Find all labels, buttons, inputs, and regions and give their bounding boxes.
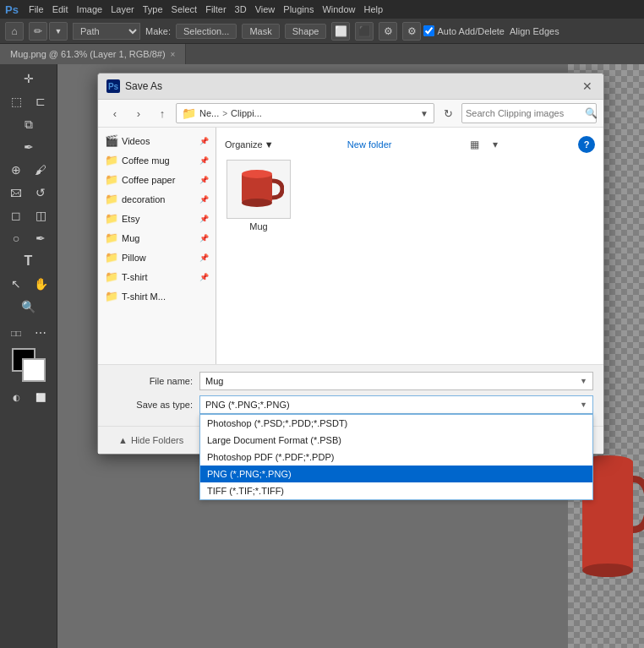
- sidebar-item-label: T-shirt M...: [122, 291, 166, 302]
- hand-tool-icon[interactable]: ✋: [29, 273, 52, 295]
- home-icon[interactable]: ⌂: [5, 22, 24, 41]
- align-icon[interactable]: ⬛: [355, 22, 374, 41]
- menu-3d[interactable]: 3D: [235, 4, 247, 14]
- dropdown-item-pdf[interactable]: Photoshop PDF (*.PDF;*.PDP): [200, 449, 592, 466]
- file-grid: Mug: [225, 160, 595, 231]
- menu-file[interactable]: File: [29, 4, 44, 14]
- nav-refresh-button[interactable]: ↻: [438, 104, 458, 123]
- eyedropper-tool-icon[interactable]: ✒: [17, 136, 41, 158]
- auto-add-delete-checkbox[interactable]: [423, 25, 434, 36]
- menu-filter[interactable]: Filter: [205, 4, 226, 14]
- history-brush-icon[interactable]: ↺: [29, 182, 52, 204]
- sidebar-item-tshirtm[interactable]: 📁 T-shirt M...: [98, 286, 216, 306]
- breadcrumb-bar[interactable]: 📁 Ne... > Clippi... ▼: [176, 103, 434, 123]
- selection-button[interactable]: Selection...: [176, 24, 237, 39]
- menu-image[interactable]: Image: [77, 4, 103, 14]
- nav-up-button[interactable]: ↑: [152, 104, 172, 123]
- eraser-icon[interactable]: ◻: [4, 204, 28, 226]
- menu-layer[interactable]: Layer: [111, 4, 134, 14]
- hide-folders-row[interactable]: ▲ Hide Folders: [108, 432, 194, 449]
- view-dropdown-button[interactable]: ▾: [486, 136, 505, 153]
- nav-back-button[interactable]: ‹: [105, 104, 125, 123]
- dialog-navrow: ‹ › ↑ 📁 Ne... > Clippi... ▼ ↻ 🔍: [98, 100, 603, 128]
- filename-row: File name: Mug ▼: [108, 372, 593, 390]
- dropdown-item-psb[interactable]: Large Document Format (*.PSB): [200, 432, 592, 449]
- tab-mug[interactable]: Mug.png @ 61.3% (Layer 1, RGB/8#) ×: [0, 44, 186, 64]
- extra-tool-1-icon[interactable]: □□: [4, 322, 28, 344]
- selection-tool-icon[interactable]: ⬚: [4, 90, 28, 112]
- brush-dropdown[interactable]: ▼: [49, 22, 68, 41]
- menu-type[interactable]: Type: [143, 4, 163, 14]
- clone-stamp-icon[interactable]: 🖂: [4, 182, 28, 204]
- sidebar-item-label: T-shirt: [122, 272, 148, 282]
- extra-tool-2-icon[interactable]: ⋯: [29, 322, 52, 344]
- dropdown-item-tiff[interactable]: TIFF (*.TIF;*.TIFF): [200, 482, 592, 499]
- spot-heal-icon[interactable]: ⊕: [4, 159, 28, 181]
- zoom-tool-icon[interactable]: 🔍: [17, 296, 41, 318]
- nav-forward-button[interactable]: ›: [128, 104, 149, 123]
- brush-tool-icon[interactable]: 🖌: [29, 159, 52, 181]
- sidebar-item-etsy[interactable]: 📁 Etsy 📌: [98, 209, 216, 228]
- hide-folders-label: Hide Folders: [131, 435, 183, 445]
- auto-add-delete-label[interactable]: Auto Add/Delete: [423, 25, 505, 36]
- sidebar-item-tshirt[interactable]: 📁 T-shirt 📌: [98, 267, 216, 286]
- sidebar-item-decoration[interactable]: 📁 decoration 📌: [98, 189, 216, 209]
- left-tool-panel: ✛ ⬚ ⊏ ⧉ ✒ ⊕ 🖌 🖂 ↺ ◻ ◫ ○ ✒ T ↖ ✋ 🔍 □□: [0, 64, 57, 648]
- breadcrumb-folder-icon: 📁: [182, 106, 196, 120]
- distribute-icon[interactable]: ⚙: [379, 22, 397, 41]
- sidebar-item-coffeemug[interactable]: 📁 Coffee mug 📌: [98, 150, 216, 170]
- savetype-dropdown-trigger[interactable]: PNG (*.PNG;*.PNG) ▼: [199, 395, 593, 414]
- background-color[interactable]: [22, 358, 46, 382]
- settings-icon[interactable]: ⚙: [402, 22, 421, 41]
- path-select[interactable]: Path: [73, 23, 140, 40]
- gradient-icon[interactable]: ◫: [29, 204, 52, 226]
- menu-items: File Edit Image Layer Type Select Filter…: [29, 4, 383, 14]
- tab-close-icon[interactable]: ×: [171, 50, 176, 59]
- dialog-close-button[interactable]: ✕: [580, 79, 595, 94]
- file-item-mug[interactable]: Mug: [225, 160, 292, 231]
- help-button[interactable]: ?: [578, 136, 595, 153]
- organize-button[interactable]: Organize ▼: [225, 139, 274, 150]
- crop-tool-icon[interactable]: ⧉: [17, 113, 41, 135]
- lasso-tool-icon[interactable]: ⊏: [29, 90, 52, 112]
- sidebar-item-videos[interactable]: 🎬 Videos 📌: [98, 131, 216, 150]
- menu-plugins[interactable]: Plugins: [283, 4, 314, 14]
- menu-edit[interactable]: Edit: [52, 4, 68, 14]
- filename-input[interactable]: Mug ▼: [199, 372, 593, 390]
- sidebar-item-mug[interactable]: 📁 Mug 📌: [98, 228, 216, 248]
- menu-window[interactable]: Window: [322, 4, 355, 14]
- quick-mask-icon[interactable]: ◐: [4, 386, 28, 408]
- move-tool-icon[interactable]: ✛: [17, 68, 41, 90]
- dodge-icon[interactable]: ○: [4, 227, 28, 249]
- sidebar-item-coffeepaper[interactable]: 📁 Coffee paper 📌: [98, 170, 216, 189]
- menu-help[interactable]: Help: [364, 4, 384, 14]
- mask-button[interactable]: Mask: [242, 24, 279, 39]
- sidebar-item-pillow[interactable]: 📁 Pillow 📌: [98, 248, 216, 267]
- pillow-folder-icon: 📁: [105, 251, 118, 264]
- menu-select[interactable]: Select: [172, 4, 198, 14]
- screen-mode-icon[interactable]: ⬜: [29, 386, 52, 408]
- pin-icon: 📌: [199, 273, 209, 281]
- coffeemug-folder-icon: 📁: [105, 154, 118, 166]
- breadcrumb-arrow-icon: >: [222, 109, 227, 118]
- pen-tool-icon[interactable]: ✒: [29, 227, 52, 249]
- search-box[interactable]: 🔍: [461, 103, 597, 123]
- breadcrumb-dropdown-icon[interactable]: ▼: [420, 109, 428, 118]
- menu-view[interactable]: View: [255, 4, 276, 14]
- select-arrow-icon[interactable]: ↖: [4, 273, 28, 295]
- text-tool-icon[interactable]: T: [17, 250, 41, 272]
- search-input[interactable]: [466, 108, 582, 118]
- color-swatch[interactable]: [12, 348, 46, 382]
- transform-icon[interactable]: ⬜: [331, 22, 350, 41]
- dropdown-item-png[interactable]: PNG (*.PNG;*.PNG): [200, 466, 592, 482]
- dialog-filezone: Organize ▼ New folder ▦ ▾ ?: [216, 128, 603, 364]
- sidebar-item-label: Coffee paper: [122, 175, 175, 185]
- view-mode-button[interactable]: ▦: [466, 136, 484, 153]
- brush-icon[interactable]: ✏: [29, 22, 47, 41]
- mug-thumbnail-svg: [233, 164, 284, 215]
- shape-button[interactable]: Shape: [285, 24, 327, 39]
- dialog-overlay: Ps Save As ✕ ‹ › ↑ 📁 Ne... > Clippi...: [57, 64, 644, 648]
- new-folder-button[interactable]: New folder: [347, 139, 392, 150]
- etsy-folder-icon: 📁: [105, 212, 118, 225]
- dropdown-item-psd[interactable]: Photoshop (*.PSD;*.PDD;*.PSDT): [200, 415, 592, 432]
